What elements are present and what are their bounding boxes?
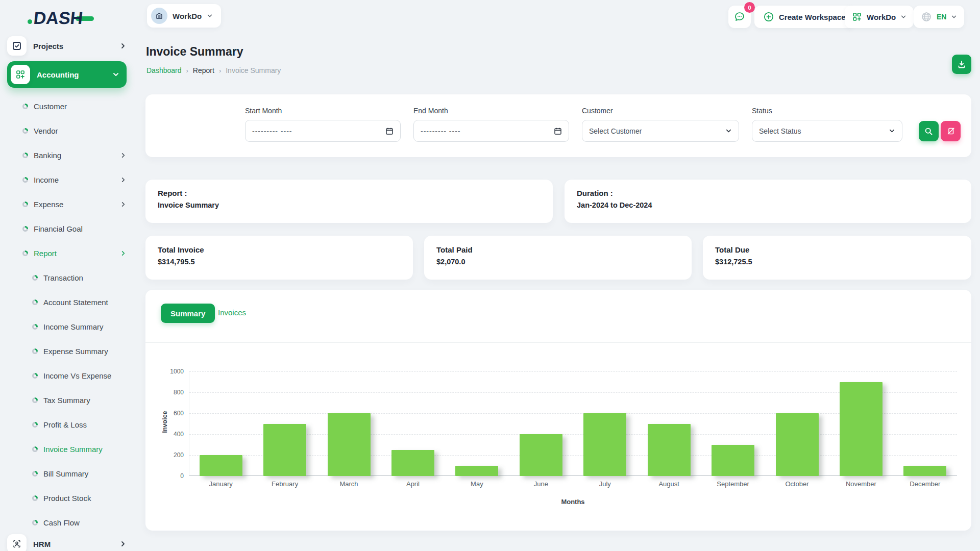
sidebar-item-cash-flow[interactable]: Cash Flow [0,511,127,534]
sidebar-item-expense-summary[interactable]: Expense Summary [0,340,127,362]
stat-value: $312,725.5 [715,258,959,266]
sidebar-item-report[interactable]: Report [0,242,127,264]
x-tick-label: March [317,480,381,488]
sidebar-item-tax-summary[interactable]: Tax Summary [0,389,127,411]
calendar-icon [385,127,394,135]
workspace-name: WorkDo [173,12,202,20]
x-tick-label: November [829,480,893,488]
sidebar: DASH Projects Accounting CustomerVendorB… [0,0,134,551]
sidebar-item-label: Projects [33,42,119,51]
sidebar-item-bill-summary[interactable]: Bill Summary [0,462,127,485]
chevron-down-icon [889,128,895,134]
apply-filter-button[interactable] [919,121,939,141]
sidebar-item-invoice-summary[interactable]: Invoice Summary [0,438,127,460]
tab-invoices[interactable]: Invoices [218,308,246,317]
tab-summary[interactable]: Summary [161,304,215,323]
breadcrumb: Dashboard › Report › Invoice Summary [146,66,281,74]
reset-filter-button[interactable] [941,121,961,141]
status-select[interactable]: Select Status [752,120,902,142]
sidebar-item-banking[interactable]: Banking [0,144,127,166]
download-icon [957,60,966,69]
bar-chart-bars [189,371,957,476]
chat-bubble-icon [733,11,746,23]
page-title: Invoice Summary [146,45,243,59]
end-month-label: End Month [413,107,448,115]
x-tick-label: June [509,480,573,488]
messages-button[interactable]: 0 [728,6,751,28]
sidebar-item-hrm[interactable]: HRM [7,533,127,551]
workspace-menu-button[interactable]: WorkDo [845,6,914,28]
logo-dot-icon [28,19,32,24]
x-axis-label: Months [189,498,957,506]
chevron-right-icon [120,152,127,159]
bullet-icon [22,177,28,183]
sidebar-item-label: HRM [33,540,119,548]
x-tick-label: October [765,480,829,488]
report-info-value: Invoice Summary [158,201,541,209]
report-info-card: Report : Invoice Summary [145,180,553,223]
user-focus-icon [7,534,27,551]
bar-column-october [765,371,829,476]
plus-circle-icon [763,11,774,22]
globe-icon [921,11,932,22]
chevron-down-icon [900,14,906,20]
breadcrumb-dashboard[interactable]: Dashboard [146,66,182,74]
checkbox-icon [7,36,27,56]
sidebar-item-income-vs-expense[interactable]: Income Vs Expense [0,364,127,387]
bar-august [648,424,691,477]
y-tick-label: 1000 [153,368,184,375]
bullet-icon [22,251,28,256]
sidebar-item-transaction[interactable]: Transaction [0,266,127,289]
x-tick-label: April [381,480,445,488]
app-logo[interactable]: DASH [28,8,94,28]
sidebar-item-income-summary[interactable]: Income Summary [0,315,127,338]
create-workspace-button[interactable]: Create Workspace [754,6,854,28]
bullet-icon [22,128,28,134]
chevron-right-icon [119,540,127,547]
sidebar-item-projects[interactable]: Projects [7,35,127,57]
bar-january [200,455,242,476]
sidebar-item-account-statement[interactable]: Account Statement [0,291,127,313]
total-paid-card: Total Paid $2,070.0 [424,236,692,280]
duration-info-card: Duration : Jan-2024 to Dec-2024 [565,180,971,223]
breadcrumb-current: Invoice Summary [226,66,281,74]
workspace-avatar [151,8,167,24]
x-tick-label: May [445,480,509,488]
bullet-icon [32,324,38,330]
customer-select[interactable]: Select Customer [582,120,739,142]
sidebar-item-customer[interactable]: Customer [0,95,127,117]
x-tick-label: August [637,480,701,488]
start-month-input[interactable]: --------- ---- [245,120,401,142]
sidebar-item-vendor[interactable]: Vendor [0,119,127,142]
y-tick-label: 0 [153,472,184,480]
chevron-right-icon [119,42,127,49]
stat-label: Total Paid [436,245,679,254]
total-due-card: Total Due $312,725.5 [703,236,971,280]
status-label: Status [752,107,772,115]
bullet-icon [22,226,28,232]
sidebar-item-financial-goal[interactable]: Financial Goal [0,217,127,240]
bullet-icon [32,299,38,305]
bullet-icon [32,275,38,281]
sidebar-item-product-stock[interactable]: Product Stock [0,487,127,509]
duration-info-label: Duration : [577,189,959,197]
bar-column-january [189,371,253,476]
chevron-right-icon [120,201,127,208]
sidebar-item-expense[interactable]: Expense [0,193,127,215]
download-button[interactable] [952,55,971,74]
bullet-icon [32,495,38,501]
stat-value: $2,070.0 [436,258,679,266]
end-month-input[interactable]: --------- ---- [413,120,569,142]
workspace-selector[interactable]: WorkDo [147,4,221,28]
bullet-icon [22,202,28,207]
chevron-right-icon [120,177,127,183]
sidebar-item-income[interactable]: Income [0,168,127,191]
breadcrumb-report[interactable]: Report [193,66,214,74]
sidebar-item-profit-loss[interactable]: Profit & Loss [0,413,127,436]
bar-column-november [829,371,893,476]
bar-october [776,413,819,476]
calendar-icon [554,127,562,135]
bar-column-february [253,371,316,476]
language-selector[interactable]: EN [914,6,964,28]
sidebar-item-accounting[interactable]: Accounting [7,61,127,88]
